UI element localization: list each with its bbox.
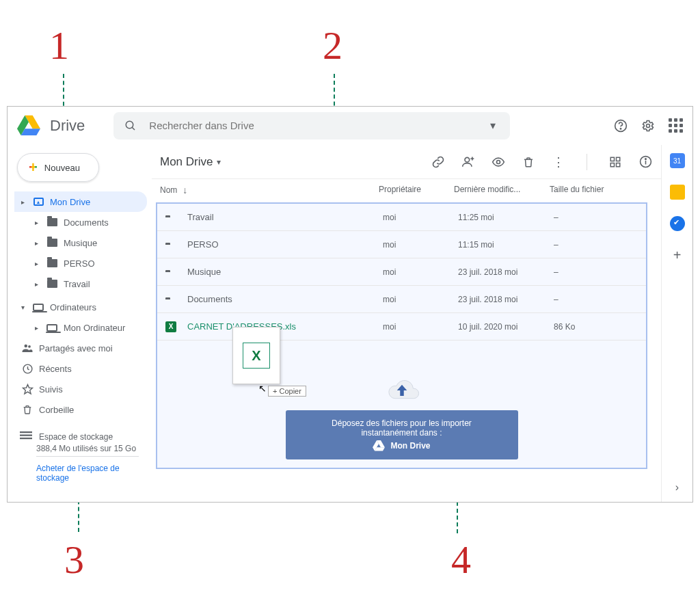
add-person-icon[interactable] bbox=[461, 155, 476, 170]
clock-icon bbox=[21, 362, 33, 375]
settings-gear-icon[interactable] bbox=[641, 118, 656, 133]
col-name-label[interactable]: Nom bbox=[160, 185, 177, 195]
nav-tree: ▸Mon Drive ▸Documents ▸Musique ▸PERSO ▸T… bbox=[14, 191, 147, 420]
excel-file-icon: X bbox=[165, 321, 179, 332]
col-modified-label[interactable]: Dernière modific... bbox=[454, 185, 550, 196]
col-size-label[interactable]: Taille du fichier bbox=[550, 185, 632, 196]
sidebar-item-computers[interactable]: ▾Ordinateurs bbox=[14, 297, 147, 317]
sidebar-item-recent[interactable]: Récents bbox=[14, 358, 147, 379]
sidebar-item-label: Récents bbox=[39, 364, 72, 374]
svg-rect-18 bbox=[617, 157, 620, 161]
tasks-icon[interactable] bbox=[670, 216, 685, 231]
svg-point-23 bbox=[645, 159, 646, 160]
sidebar-item-label: Corbeille bbox=[39, 405, 74, 415]
add-addon-icon[interactable]: + bbox=[673, 248, 682, 263]
column-headers: Nom ↓ Propriétaire Dernière modific... T… bbox=[152, 179, 661, 202]
sidebar-item-documents[interactable]: ▸Documents bbox=[14, 212, 147, 232]
file-owner: moi bbox=[383, 213, 458, 222]
sidebar-item-mydrive[interactable]: ▸Mon Drive bbox=[14, 191, 147, 212]
file-drop-area[interactable]: Travailmoi11:25 moi– PERSOmoi11:15 moi– … bbox=[156, 202, 647, 469]
people-icon bbox=[21, 342, 33, 354]
sidebar-item-mycomputer[interactable]: ▸Mon Ordinateur bbox=[14, 317, 147, 338]
file-size: – bbox=[554, 295, 622, 304]
sort-arrow-icon[interactable]: ↓ bbox=[183, 185, 187, 196]
table-row[interactable]: XCARNET D'ADRESSES.xlsmoi10 juil. 2020 m… bbox=[157, 313, 646, 340]
svg-point-7 bbox=[647, 124, 650, 127]
table-row[interactable]: Travailmoi11:25 moi– bbox=[157, 204, 646, 231]
search-input[interactable] bbox=[149, 120, 474, 131]
file-modified: 23 juil. 2018 moi bbox=[458, 267, 554, 277]
toolbar: Mon Drive ▾ ⋮ bbox=[152, 145, 661, 179]
sidebar-item-label: Musique bbox=[64, 238, 97, 248]
app-title: Drive bbox=[50, 117, 85, 135]
sidebar-item-label: Travail bbox=[64, 279, 90, 289]
svg-rect-20 bbox=[617, 163, 620, 166]
apps-grid-icon[interactable] bbox=[668, 118, 683, 133]
cursor-icon: ↖ bbox=[258, 383, 267, 394]
file-size: – bbox=[554, 240, 622, 250]
callout-2: 2 bbox=[323, 26, 342, 66]
panel-collapse-icon[interactable]: › bbox=[675, 481, 679, 494]
svg-point-6 bbox=[620, 128, 621, 129]
new-button[interactable]: + Nouveau bbox=[17, 153, 99, 182]
file-modified: 10 juil. 2020 moi bbox=[458, 322, 554, 332]
search-dropdown-icon[interactable]: ▾ bbox=[485, 118, 500, 133]
sidebar-item-shared[interactable]: Partagés avec moi bbox=[14, 338, 147, 358]
sidebar-item-travail[interactable]: ▸Travail bbox=[14, 273, 147, 294]
file-name: Musique bbox=[187, 267, 383, 277]
sidebar-item-trash[interactable]: Corbeille bbox=[14, 399, 147, 420]
col-owner-label[interactable]: Propriétaire bbox=[379, 185, 454, 196]
sidebar-item-label: Mon Drive bbox=[50, 197, 90, 207]
star-icon bbox=[21, 383, 33, 395]
callout-3: 3 bbox=[64, 540, 84, 580]
file-name: Documents bbox=[187, 294, 383, 304]
drive-logo-icon bbox=[17, 114, 40, 137]
side-panel: 31 + › bbox=[661, 145, 692, 502]
storage-section: Espace de stockage 388,4 Mo utilisés sur… bbox=[14, 427, 147, 483]
sidebar-item-label: Mon Ordinateur bbox=[64, 323, 125, 333]
preview-eye-icon[interactable] bbox=[491, 155, 506, 170]
dropzone-line2: Mon Drive bbox=[390, 441, 430, 451]
sidebar-item-label: Partagés avec moi bbox=[39, 343, 113, 353]
svg-rect-12 bbox=[20, 431, 32, 433]
breadcrumb[interactable]: Mon Drive ▾ bbox=[160, 155, 221, 169]
svg-point-9 bbox=[28, 345, 31, 348]
help-icon[interactable] bbox=[613, 118, 628, 133]
header-actions bbox=[613, 118, 683, 133]
sidebar-item-starred[interactable]: Suivis bbox=[14, 379, 147, 399]
sidebar-item-perso[interactable]: ▸PERSO bbox=[14, 253, 147, 273]
table-row[interactable]: Musiquemoi23 juil. 2018 moi– bbox=[157, 258, 646, 286]
file-modified: 11:25 moi bbox=[458, 213, 554, 222]
dropzone-line1: Déposez des fichiers pour les importer i… bbox=[306, 418, 498, 438]
table-row[interactable]: PERSOmoi11:15 moi– bbox=[157, 231, 646, 258]
svg-rect-13 bbox=[20, 435, 32, 436]
storage-used-text: 388,4 Mo utilisés sur 15 Go bbox=[14, 444, 147, 453]
table-row[interactable]: Documentsmoi23 juil. 2018 moi– bbox=[157, 286, 646, 313]
plus-icon: + bbox=[29, 160, 38, 175]
main-content: Mon Drive ▾ ⋮ Nom ↓ Propriétaire bbox=[151, 145, 661, 502]
file-owner: moi bbox=[383, 295, 458, 304]
svg-point-3 bbox=[126, 121, 134, 129]
info-icon[interactable] bbox=[638, 155, 653, 170]
delete-icon[interactable] bbox=[521, 155, 536, 170]
get-link-icon[interactable] bbox=[431, 155, 446, 170]
keep-icon[interactable] bbox=[670, 185, 685, 200]
storage-icon bbox=[20, 431, 32, 442]
view-grid-icon[interactable] bbox=[608, 155, 623, 170]
sidebar-item-label: Suivis bbox=[39, 384, 63, 395]
file-owner: moi bbox=[383, 240, 458, 250]
sidebar: + Nouveau ▸Mon Drive ▸Documents ▸Musique… bbox=[8, 145, 151, 502]
svg-point-8 bbox=[25, 345, 28, 348]
buy-storage-link[interactable]: Acheter de l'espace de stockage bbox=[14, 464, 124, 483]
file-owner: moi bbox=[383, 322, 458, 332]
drop-zone-banner: Déposez des fichiers pour les importer i… bbox=[286, 376, 518, 459]
more-vert-icon[interactable]: ⋮ bbox=[551, 155, 566, 170]
file-size: – bbox=[554, 267, 622, 277]
search-bar[interactable]: ▾ bbox=[113, 112, 510, 139]
sidebar-item-musique[interactable]: ▸Musique bbox=[14, 232, 147, 253]
sidebar-item-label: PERSO bbox=[64, 258, 95, 269]
trash-icon bbox=[21, 403, 33, 416]
file-name: Travail bbox=[187, 212, 383, 222]
calendar-icon[interactable]: 31 bbox=[670, 153, 685, 168]
callout-1: 1 bbox=[49, 26, 69, 66]
